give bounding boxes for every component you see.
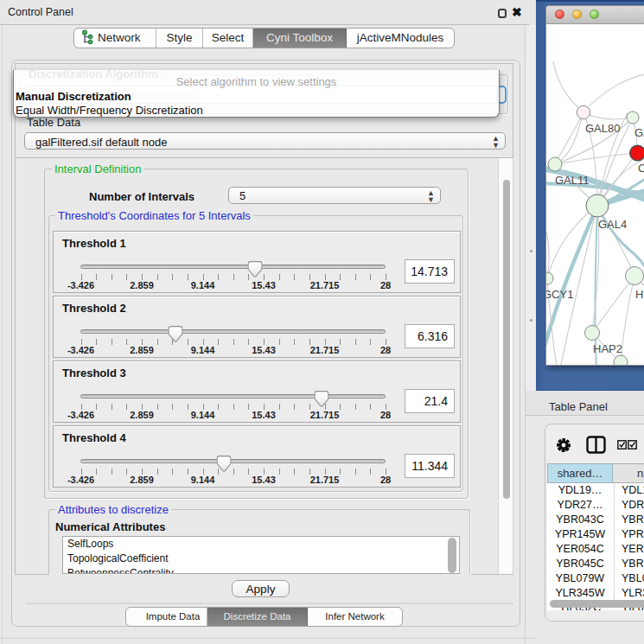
svg-text:GA: GA [634,126,644,139]
svg-text:GAL4: GAL4 [598,218,627,231]
svg-text:GAL11: GAL11 [555,174,590,187]
svg-text:H: H [635,288,643,301]
svg-text:GAL80: GAL80 [585,122,620,135]
svg-text:HAP2: HAP2 [593,342,622,355]
svg-text:GCY1: GCY1 [546,288,573,301]
svg-text:C: C [638,162,644,175]
